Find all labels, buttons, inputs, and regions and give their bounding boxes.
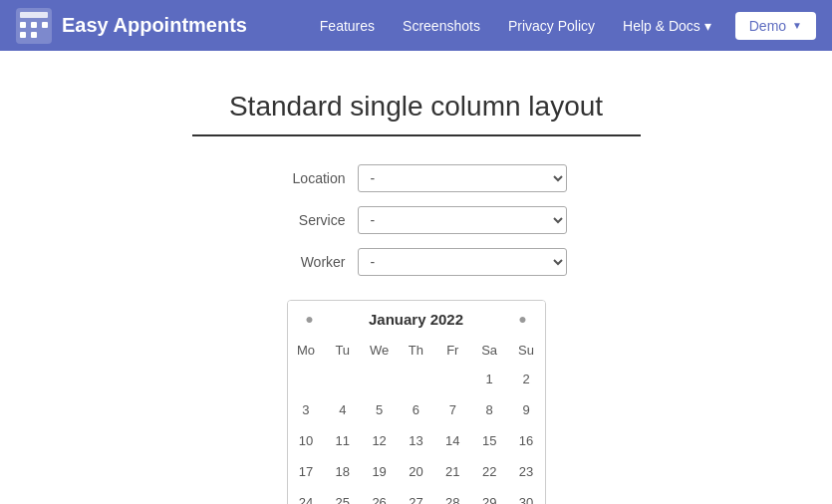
next-month-button[interactable]: ● <box>512 309 532 329</box>
calendar-month-title: January 2022 <box>369 311 463 328</box>
svg-rect-2 <box>20 22 26 28</box>
demo-caret: ▼ <box>792 20 802 31</box>
location-select[interactable]: - <box>358 164 567 192</box>
calendar-day <box>434 364 471 394</box>
day-header-mo: Mo <box>288 337 325 364</box>
nav-features[interactable]: Features <box>308 12 387 40</box>
svg-rect-1 <box>20 12 48 18</box>
calendar-day[interactable]: 21 <box>434 456 471 487</box>
day-header-th: Th <box>398 337 434 364</box>
calendar-day <box>324 364 361 394</box>
calendar-day[interactable]: 15 <box>471 425 508 456</box>
worker-select[interactable]: - <box>358 248 567 276</box>
calendar-day[interactable]: 18 <box>324 456 361 487</box>
svg-rect-5 <box>20 32 26 38</box>
location-row: Location - <box>177 164 656 192</box>
calendar: ● January 2022 ● Mo Tu We Th Fr Sa Su <box>287 300 546 504</box>
calendar-header: ● January 2022 ● <box>288 301 545 337</box>
nav-links: Features Screenshots Privacy Policy Help… <box>308 12 816 40</box>
calendar-day <box>398 364 434 394</box>
navbar: Easy Appointments Features Screenshots P… <box>0 0 832 51</box>
day-header-tu: Tu <box>324 337 361 364</box>
page-title: Standard single column layout <box>229 91 603 123</box>
nav-privacy-policy[interactable]: Privacy Policy <box>496 12 607 40</box>
calendar-day[interactable]: 17 <box>288 456 325 487</box>
calendar-day[interactable]: 28 <box>434 487 471 504</box>
calendar-day[interactable]: 24 <box>288 487 325 504</box>
brand-logo <box>16 8 52 44</box>
calendar-day-headers: Mo Tu We Th Fr Sa Su <box>288 337 545 364</box>
calendar-week-2: 3456789 <box>288 394 545 425</box>
calendar-grid: Mo Tu We Th Fr Sa Su 1234567891011121314… <box>288 337 545 504</box>
service-label: Service <box>266 212 346 228</box>
calendar-day[interactable]: 26 <box>361 487 398 504</box>
day-header-we: We <box>361 337 398 364</box>
calendar-day <box>361 364 398 394</box>
worker-label: Worker <box>266 254 346 270</box>
worker-row: Worker - <box>177 248 656 276</box>
booking-form: Location - Service - Worker - ● January … <box>177 164 656 504</box>
svg-rect-4 <box>42 22 48 28</box>
calendar-day[interactable]: 12 <box>361 425 398 456</box>
calendar-day[interactable]: 8 <box>471 394 508 425</box>
calendar-day[interactable]: 1 <box>471 364 508 394</box>
calendar-day[interactable]: 9 <box>508 394 545 425</box>
calendar-day[interactable]: 7 <box>434 394 471 425</box>
calendar-day[interactable]: 19 <box>361 456 398 487</box>
day-header-su: Su <box>508 337 545 364</box>
day-header-sa: Sa <box>471 337 508 364</box>
demo-label: Demo <box>749 18 786 34</box>
calendar-week-3: 10111213141516 <box>288 425 545 456</box>
svg-rect-3 <box>31 22 37 28</box>
calendar-day <box>288 364 325 394</box>
service-row: Service - <box>177 206 656 234</box>
calendar-day[interactable]: 29 <box>471 487 508 504</box>
calendar-day[interactable]: 13 <box>398 425 434 456</box>
calendar-day[interactable]: 23 <box>508 456 545 487</box>
brand-name: Easy Appointments <box>62 14 247 37</box>
calendar-day[interactable]: 5 <box>361 394 398 425</box>
service-select[interactable]: - <box>358 206 567 234</box>
calendar-week-1: 12 <box>288 364 545 394</box>
calendar-day[interactable]: 27 <box>398 487 434 504</box>
nav-screenshots[interactable]: Screenshots <box>391 12 492 40</box>
calendar-day[interactable]: 16 <box>508 425 545 456</box>
calendar-week-5: 24252627282930 <box>288 487 545 504</box>
main-content: Standard single column layout Location -… <box>0 51 832 504</box>
title-divider <box>192 134 641 136</box>
calendar-day[interactable]: 25 <box>324 487 361 504</box>
svg-rect-6 <box>31 32 37 38</box>
calendar-day[interactable]: 4 <box>324 394 361 425</box>
calendar-day[interactable]: 22 <box>471 456 508 487</box>
calendar-week-4: 17181920212223 <box>288 456 545 487</box>
calendar-day[interactable]: 14 <box>434 425 471 456</box>
location-label: Location <box>266 170 346 186</box>
brand: Easy Appointments <box>16 8 308 44</box>
calendar-body: 1234567891011121314151617181920212223242… <box>288 364 545 504</box>
calendar-day[interactable]: 6 <box>398 394 434 425</box>
calendar-day[interactable]: 11 <box>324 425 361 456</box>
calendar-day[interactable]: 3 <box>288 394 325 425</box>
calendar-day[interactable]: 2 <box>508 364 545 394</box>
calendar-day[interactable]: 20 <box>398 456 434 487</box>
prev-month-button[interactable]: ● <box>300 309 320 329</box>
demo-button[interactable]: Demo ▼ <box>735 12 816 40</box>
nav-help-docs[interactable]: Help & Docs ▾ <box>611 12 723 40</box>
calendar-day[interactable]: 30 <box>508 487 545 504</box>
calendar-day[interactable]: 10 <box>288 425 325 456</box>
day-header-fr: Fr <box>434 337 471 364</box>
